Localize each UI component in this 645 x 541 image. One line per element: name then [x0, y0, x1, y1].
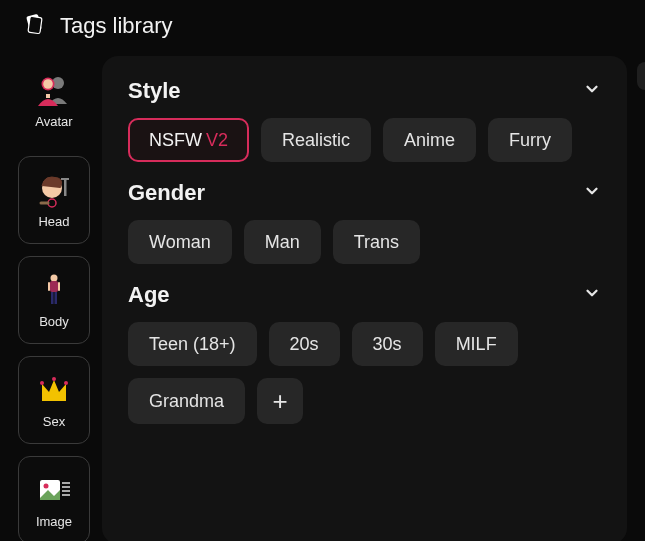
- tag-label: Furry: [509, 131, 551, 149]
- chevron-down-icon: [583, 80, 601, 102]
- body-icon: [34, 272, 74, 308]
- crown-icon: [34, 372, 74, 408]
- svg-rect-13: [51, 292, 54, 304]
- tags-row-style: NSFW V2 Realistic Anime Furry: [128, 118, 601, 162]
- group-age: Age Teen (18+) 20s 30s MILF: [128, 282, 601, 424]
- svg-point-18: [40, 381, 44, 385]
- svg-rect-24: [62, 486, 70, 488]
- cards-icon: [22, 12, 46, 40]
- main-panel: Style NSFW V2 Realistic Anime Furry: [102, 56, 627, 541]
- group-title: Style: [128, 78, 181, 104]
- sidebar-item-sex[interactable]: Sex: [18, 356, 90, 444]
- svg-rect-17: [42, 398, 66, 401]
- tag-label: Anime: [404, 131, 455, 149]
- svg-point-11: [51, 274, 58, 281]
- svg-point-22: [44, 483, 49, 488]
- group-header-style[interactable]: Style: [128, 78, 601, 104]
- right-edge-stub: [637, 62, 645, 90]
- content: Avatar Head: [0, 56, 645, 541]
- add-tag-button[interactable]: +: [257, 378, 303, 424]
- chevron-down-icon: [583, 284, 601, 306]
- tag-teen[interactable]: Teen (18+): [128, 322, 257, 366]
- svg-rect-26: [62, 494, 70, 496]
- sidebar-item-label: Avatar: [35, 114, 72, 129]
- svg-rect-15: [48, 282, 50, 291]
- tag-label: Woman: [149, 233, 211, 251]
- sidebar-item-label: Sex: [43, 414, 65, 429]
- sidebar-item-label: Body: [39, 314, 69, 329]
- tag-woman[interactable]: Woman: [128, 220, 232, 264]
- svg-point-4: [43, 79, 53, 89]
- tag-label: 30s: [373, 335, 402, 353]
- tag-realistic[interactable]: Realistic: [261, 118, 371, 162]
- tag-label: Realistic: [282, 131, 350, 149]
- group-header-gender[interactable]: Gender: [128, 180, 601, 206]
- tag-label: Trans: [354, 233, 399, 251]
- image-icon: [34, 472, 74, 508]
- group-title: Gender: [128, 180, 205, 206]
- sidebar-item-avatar[interactable]: Avatar: [18, 56, 90, 144]
- tag-30s[interactable]: 30s: [352, 322, 423, 366]
- tag-milf[interactable]: MILF: [435, 322, 518, 366]
- sidebar-item-label: Image: [36, 514, 72, 529]
- tag-label: 20s: [290, 335, 319, 353]
- sidebar-item-label: Head: [38, 214, 69, 229]
- sidebar-item-body[interactable]: Body: [18, 256, 90, 344]
- tag-label: MILF: [456, 335, 497, 353]
- sidebar-item-head[interactable]: Head: [18, 156, 90, 244]
- page-title: Tags library: [60, 13, 172, 39]
- chevron-down-icon: [583, 182, 601, 204]
- plus-icon: +: [272, 388, 287, 414]
- svg-rect-1: [28, 16, 42, 34]
- tag-20s[interactable]: 20s: [269, 322, 340, 366]
- svg-point-19: [52, 377, 56, 381]
- group-gender: Gender Woman Man Trans: [128, 180, 601, 264]
- svg-rect-16: [58, 282, 60, 291]
- tag-furry[interactable]: Furry: [488, 118, 572, 162]
- tags-row-gender: Woman Man Trans: [128, 220, 601, 264]
- tag-anime[interactable]: Anime: [383, 118, 476, 162]
- svg-rect-7: [64, 178, 67, 196]
- tag-label: Grandma: [149, 392, 224, 410]
- svg-rect-14: [55, 292, 58, 304]
- svg-rect-25: [62, 490, 70, 492]
- tag-trans[interactable]: Trans: [333, 220, 420, 264]
- tags-row-age: Teen (18+) 20s 30s MILF Grandma +: [128, 322, 601, 424]
- tag-label: Man: [265, 233, 300, 251]
- head-icon: [34, 172, 74, 208]
- tag-nsfw[interactable]: NSFW V2: [128, 118, 249, 162]
- tag-man[interactable]: Man: [244, 220, 321, 264]
- sidebar-item-image[interactable]: Image: [18, 456, 90, 541]
- svg-rect-12: [50, 281, 58, 292]
- svg-rect-5: [46, 94, 50, 98]
- tag-label: NSFW: [149, 131, 202, 149]
- group-header-age[interactable]: Age: [128, 282, 601, 308]
- page-header: Tags library: [0, 0, 645, 56]
- tag-grandma[interactable]: Grandma: [128, 378, 245, 424]
- avatar-icon: [34, 72, 74, 108]
- group-style: Style NSFW V2 Realistic Anime Furry: [128, 78, 601, 162]
- sidebar: Avatar Head: [18, 56, 90, 541]
- svg-point-20: [64, 381, 68, 385]
- tag-label: Teen (18+): [149, 335, 236, 353]
- tag-suffix: V2: [206, 131, 228, 149]
- group-title: Age: [128, 282, 170, 308]
- svg-rect-23: [62, 482, 70, 484]
- svg-rect-8: [61, 178, 69, 180]
